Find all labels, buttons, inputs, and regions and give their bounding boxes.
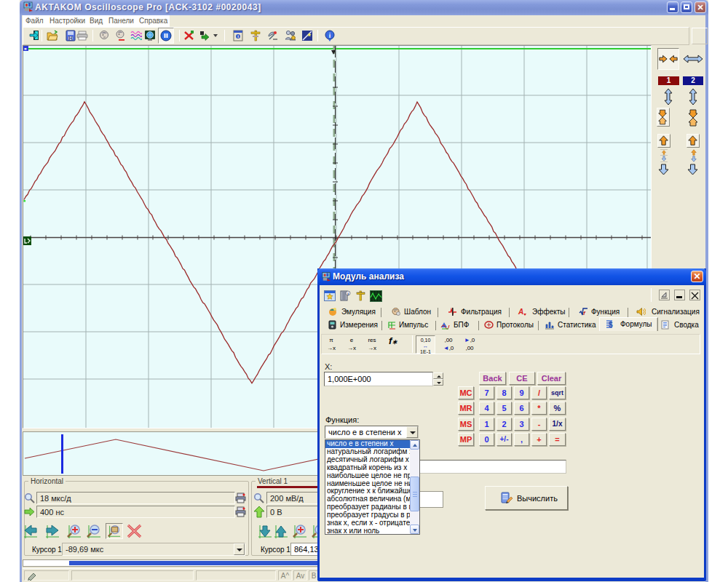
- svg-text:i: i: [329, 32, 331, 39]
- svg-text:H: H: [68, 36, 72, 41]
- svg-text:A: A: [518, 308, 523, 316]
- svg-text:$: $: [609, 321, 613, 329]
- svg-text:f: f: [583, 310, 586, 316]
